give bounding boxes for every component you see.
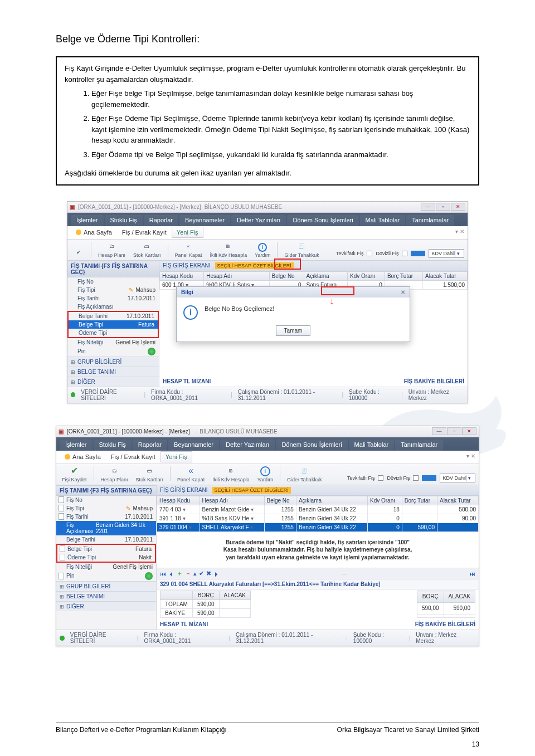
menu-tanimlamalar[interactable]: Tanımlamalar bbox=[406, 215, 454, 226]
row-odeme-tipi[interactable]: Ödeme Tipi Nakit bbox=[57, 553, 155, 562]
cell-alacak[interactable]: 500,00 bbox=[437, 505, 478, 514]
tool-panel-kapat[interactable]: «Panel Kapat bbox=[175, 465, 207, 482]
col-belge-no[interactable]: Belge No bbox=[264, 496, 296, 505]
ok-button[interactable]: Tamam bbox=[276, 325, 311, 336]
col-hesap-kodu[interactable]: Hesap Kodu bbox=[157, 496, 200, 505]
row-fis-tipi[interactable]: Fiş Tipi ✎ Mahsup bbox=[56, 504, 156, 513]
tevkifat-checkbox[interactable] bbox=[367, 251, 372, 256]
col-kdv-orani[interactable]: Kdv Oranı bbox=[348, 271, 385, 280]
tool-ikili-kdv[interactable]: 🗎İkili Kdv Hesapla bbox=[208, 241, 250, 258]
tool-fisi-kaydet[interactable]: ✔ bbox=[71, 247, 86, 258]
nav-first-icon[interactable]: ⏮ bbox=[160, 570, 166, 577]
minimize-button[interactable]: — bbox=[432, 427, 446, 435]
grp-grup-bilgileri[interactable]: GRUP BİLGİLERİ bbox=[56, 581, 156, 591]
tool-yardim[interactable]: iYardım bbox=[252, 243, 273, 258]
tool-gider-tahakkuk[interactable]: 🧾Gider Tahakkuk bbox=[285, 465, 324, 482]
cell-kdv[interactable]: 0 bbox=[367, 523, 402, 531]
cell-hesap-kodu[interactable]: 770 4 03 bbox=[157, 505, 200, 514]
cell-aciklama[interactable]: Benzin Gideri 34 Uk 22 bbox=[296, 523, 367, 531]
row-belge-tipi[interactable]: Belge Tipi Fatura bbox=[57, 545, 155, 553]
cell-hesap-adi[interactable]: SHELL Akaryakıt F bbox=[200, 523, 264, 531]
tool-hesap-plani[interactable]: 🗂Hesap Planı bbox=[99, 465, 130, 482]
tab-fis-evrak[interactable]: Fiş / Evrak Kayıt bbox=[117, 227, 172, 238]
cell-hesap-kodu[interactable]: 329 01 004 bbox=[157, 523, 200, 531]
dovizli-checkbox[interactable] bbox=[402, 251, 407, 256]
menu-tanimlamalar[interactable]: Tanımlamalar bbox=[395, 440, 443, 451]
tab-ana-sayfa[interactable]: Ana Sayfa bbox=[71, 227, 117, 238]
nav-last-icon[interactable]: ⏭ bbox=[469, 570, 475, 577]
cell-borc[interactable] bbox=[402, 505, 437, 514]
menu-defter[interactable]: Defter Yazımları bbox=[220, 440, 275, 451]
grid-row-selected[interactable]: 329 01 004 SHELL Akaryakıt F 1255 Benzin… bbox=[157, 523, 479, 531]
maximize-button[interactable]: ▫ bbox=[436, 203, 450, 211]
tool-stok-kartlari[interactable]: 🗃Stok Kartları bbox=[134, 465, 166, 482]
col-belge-no[interactable]: Belge No bbox=[269, 271, 304, 280]
menu-defter[interactable]: Defter Yazımları bbox=[231, 215, 286, 226]
status-vergi[interactable]: VERGİ DAİRE SİTELERİ bbox=[70, 632, 132, 644]
color-swatch[interactable] bbox=[422, 475, 436, 481]
col-alacak-tutar[interactable]: Alacak Tutar bbox=[423, 271, 468, 280]
cell-kdv[interactable]: 18 bbox=[367, 505, 402, 514]
close-button[interactable]: ✕ bbox=[451, 203, 465, 211]
grid-row[interactable]: 391 1 18 %18 Satış KDV He 1255 Benzin Gi… bbox=[157, 514, 479, 523]
kdv-dahil-field[interactable]: KDV Dahil▾ bbox=[429, 249, 464, 258]
cell-hesap-adi[interactable]: %18 Satış KDV He bbox=[200, 514, 264, 523]
nav-up-icon[interactable]: ▴ bbox=[193, 570, 197, 577]
col-aciklama[interactable]: Açıklama bbox=[304, 271, 348, 280]
nav-ok-icon[interactable]: ✔ bbox=[199, 570, 204, 577]
grid-row[interactable]: 770 4 03 Benzin Mazot Gide 1255 Benzin G… bbox=[157, 505, 479, 514]
nav-prev-icon[interactable]: ⏴ bbox=[168, 570, 174, 577]
cell-borc[interactable] bbox=[402, 514, 437, 523]
row-belge-tipi[interactable]: Belge TipiFatura bbox=[67, 320, 159, 329]
cell-alacak[interactable] bbox=[437, 523, 478, 531]
row-fis-aciklama[interactable]: Fiş Açıklaması Benzin Gideri 34 Uk 2201 bbox=[56, 521, 156, 535]
col-hesap-adi[interactable]: Hesap Adı bbox=[200, 496, 264, 505]
row-fis-tarihi[interactable]: Fiş Tarihi17.10.2011 bbox=[56, 513, 156, 521]
row-belge-tarihi[interactable]: Belge Tarihi17.10.2011 bbox=[67, 311, 159, 320]
row-odeme-tipi[interactable]: Ödeme Tipi bbox=[67, 329, 159, 338]
kdv-dahil-field[interactable]: KDV Dahil▾ bbox=[440, 474, 475, 482]
grp-belge-tanimi[interactable]: BELGE TANIMI bbox=[56, 591, 156, 601]
menu-beyannameler[interactable]: Beyannameler bbox=[168, 440, 219, 451]
col-borc-tutar[interactable]: Borç Tutar bbox=[385, 271, 422, 280]
cell-belge-no[interactable]: 1255 bbox=[264, 523, 296, 531]
tool-panel-kapat[interactable]: «Panel Kapat bbox=[173, 241, 205, 258]
menu-islemler[interactable]: İşlemler bbox=[71, 215, 104, 226]
nav-next-icon[interactable]: ⏵ bbox=[213, 570, 220, 577]
tab-close-icon[interactable]: ▾ ✕ bbox=[455, 228, 464, 235]
row-pin[interactable]: Pin bbox=[56, 571, 156, 581]
color-swatch[interactable] bbox=[411, 251, 425, 256]
tab-close-icon[interactable]: ▾ ✕ bbox=[466, 453, 475, 459]
menu-raporlar[interactable]: Raporlar bbox=[144, 215, 178, 226]
menu-mali[interactable]: Mali Tablolar bbox=[360, 215, 406, 226]
tool-gider-tahakkuk[interactable]: 🧾Gider Tahakkuk bbox=[282, 241, 321, 258]
grp-grup-bilgileri[interactable]: GRUP BİLGİLERİ bbox=[67, 357, 159, 367]
row-pin[interactable]: Pin bbox=[67, 347, 159, 357]
tool-hesap-plani[interactable]: 🗂Hesap Planı bbox=[96, 241, 128, 258]
grp-diger[interactable]: DİĞER bbox=[67, 377, 159, 387]
cell-belge-no[interactable]: 1255 bbox=[264, 514, 296, 523]
tool-yardim[interactable]: iYardım bbox=[255, 466, 275, 482]
col-alacak-tutar[interactable]: Alacak Tutar bbox=[437, 496, 478, 505]
cell-borc[interactable]: 590,00 bbox=[402, 523, 437, 531]
dovizli-checkbox[interactable] bbox=[413, 475, 419, 481]
nav-remove-icon[interactable]: － bbox=[185, 569, 191, 578]
nav-add-icon[interactable]: ＋ bbox=[177, 569, 183, 578]
menu-islemler[interactable]: İşlemler bbox=[60, 440, 93, 451]
row-fis-no[interactable]: Fiş No bbox=[56, 496, 156, 504]
close-button[interactable]: ✕ bbox=[462, 427, 476, 435]
menu-donem[interactable]: Dönem Sonu İşlemleri bbox=[276, 440, 347, 451]
tab-ana-sayfa[interactable]: Ana Sayfa bbox=[60, 451, 106, 462]
tool-ikili-kdv[interactable]: 🗎İkili Kdv Hesapla bbox=[210, 465, 252, 482]
maximize-button[interactable]: ▫ bbox=[447, 427, 461, 435]
minimize-button[interactable]: — bbox=[421, 203, 435, 211]
tab-yeni-fis[interactable]: Yeni Fiş bbox=[172, 227, 203, 238]
cell-hesap-kodu[interactable]: 391 1 18 bbox=[157, 514, 200, 523]
tool-fisi-kaydet[interactable]: ✔Fişi Kaydet bbox=[60, 465, 89, 482]
nav-cancel-icon[interactable]: ✖ bbox=[206, 570, 211, 577]
row-belge-tarihi[interactable]: Belge Tarihi17.10.2011 bbox=[56, 535, 156, 544]
col-kdv-orani[interactable]: Kdv Oranı bbox=[367, 496, 402, 505]
menu-mali[interactable]: Mali Tablolar bbox=[349, 440, 395, 451]
row-fis-niteligi[interactable]: Fiş NiteliğiGenel Fiş İşlemi bbox=[67, 338, 159, 347]
dialog-close-icon[interactable]: ✕ bbox=[401, 289, 405, 295]
